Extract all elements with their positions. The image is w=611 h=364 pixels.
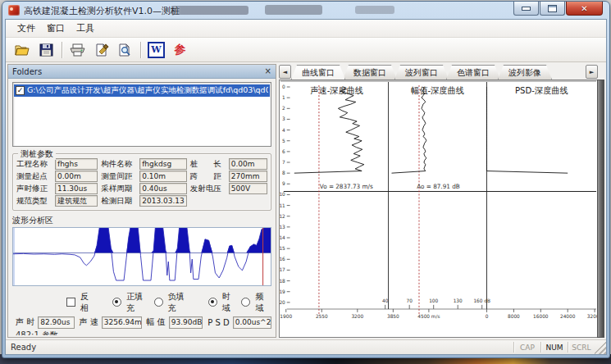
- param-value-voltage[interactable]: 500V: [229, 183, 267, 194]
- depth-curves-chart[interactable]: 01234567891011121314151617181920声速-深度曲线1…: [279, 80, 598, 338]
- svg-text:160 dB: 160 dB: [473, 298, 490, 303]
- title-bar[interactable]: 高铁建混凝土检测分析软件V1.0—测桩 ✕: [2, 2, 609, 19]
- waveform-area-title: 波形分析区: [12, 215, 271, 226]
- svg-text:声速-深度曲线: 声速-深度曲线: [310, 85, 363, 95]
- open-folder-icon: [15, 43, 31, 57]
- svg-text:40: 40: [382, 298, 389, 303]
- negative-fill-label: 负填充: [168, 291, 192, 314]
- svg-text:1: 1: [282, 95, 285, 100]
- invert-checkbox[interactable]: [66, 298, 75, 307]
- tab-wavetrain-window[interactable]: 波列窗口: [394, 65, 449, 80]
- status-bar: Ready CAP NUM SCRL: [6, 339, 606, 354]
- minimize-icon: [522, 7, 531, 11]
- svg-text:20: 20: [280, 300, 285, 305]
- svg-text:4: 4: [282, 128, 285, 133]
- freq-domain-radio[interactable]: [241, 298, 250, 307]
- file-path-label: G:\公司产品设计开发\超声仪器\超声仪实地检测数据调试fd\qd03\qd03…: [27, 85, 268, 96]
- param-value-time-correction[interactable]: 11.30us: [55, 183, 98, 194]
- amplitude-field[interactable]: 93.90dB: [169, 316, 203, 329]
- print-preview-button[interactable]: [113, 39, 137, 61]
- open-button[interactable]: [11, 39, 34, 61]
- negative-fill-radio[interactable]: [154, 298, 163, 307]
- pile-params-group: 测桩参数 工程名称fhghs 构件名称fhgkdsg 桩 长0.00m 测量起点…: [12, 153, 271, 211]
- time-domain-radio[interactable]: [208, 298, 217, 307]
- app-window: 高铁建混凝土检测分析软件V1.0—测桩 ✕ 文件 窗口 工具: [2, 1, 610, 358]
- param-value-span[interactable]: 270mm: [229, 171, 267, 182]
- param-value-start-depth[interactable]: 0.00m: [55, 171, 98, 182]
- tab-wavetrain-image[interactable]: 波列影像: [498, 65, 552, 80]
- param-value-test-date[interactable]: 2013.03.13: [139, 195, 187, 207]
- word-export-button[interactable]: W: [144, 39, 168, 61]
- maximize-button[interactable]: [540, 2, 565, 16]
- print-button[interactable]: [66, 39, 89, 61]
- svg-text:11: 11: [280, 203, 285, 208]
- resize-grip[interactable]: [595, 340, 606, 354]
- velocity-label: 声 速: [80, 316, 98, 328]
- param-value-spacing[interactable]: 0.10m: [139, 171, 187, 182]
- param-label: 发射电压: [190, 184, 229, 194]
- svg-text:1900: 1900: [280, 314, 292, 319]
- svg-text:16: 16: [280, 257, 285, 262]
- svg-text:6: 6: [282, 149, 285, 154]
- svg-text:2: 2: [282, 106, 285, 111]
- pile-params-title: 测桩参数: [18, 148, 56, 160]
- invert-label: 反相: [80, 291, 97, 314]
- preview-magnifier-icon: [118, 43, 132, 57]
- svg-text:8000: 8000: [508, 314, 520, 319]
- word-icon: W: [148, 42, 165, 58]
- param-value-project-name[interactable]: fhghs: [55, 158, 98, 170]
- app-icon: [8, 5, 20, 16]
- svg-text:17: 17: [280, 267, 285, 272]
- close-button[interactable]: ✕: [566, 2, 603, 16]
- tab-scroll-left-icon[interactable]: ◄: [279, 65, 291, 79]
- client-area: 文件 窗口 工具: [5, 19, 607, 355]
- positive-fill-radio[interactable]: [112, 298, 121, 307]
- folders-close-icon[interactable]: ×: [265, 67, 271, 75]
- svg-text:PSD-深度曲线: PSD-深度曲线: [515, 85, 568, 95]
- menu-window[interactable]: 窗口: [41, 20, 71, 36]
- waveform-plot[interactable]: [12, 227, 271, 286]
- svg-text:70: 70: [406, 298, 413, 303]
- file-list: ✓ G:\公司产品设计开发\超声仪器\超声仪实地检测数据调试fd\qd03\qd…: [12, 82, 271, 147]
- tab-scroll-right-icon[interactable]: ►: [586, 65, 598, 79]
- chart-canvas: 01234567891011121314151617181920声速-深度曲线1…: [280, 80, 597, 337]
- menu-file[interactable]: 文件: [11, 20, 41, 36]
- tab-spectrum-window[interactable]: 色谱窗口: [446, 65, 500, 80]
- menu-bar: 文件 窗口 工具: [6, 20, 606, 38]
- sound-time-label: 声 时: [16, 316, 34, 328]
- param-value-pile-length[interactable]: 0.00m: [229, 158, 267, 170]
- svg-text:2550: 2550: [316, 314, 328, 319]
- sound-time-field[interactable]: 82.90us: [38, 316, 74, 329]
- num-indicator: NUM: [540, 342, 568, 353]
- menu-tools[interactable]: 工具: [71, 20, 100, 36]
- param-label: 测量起点: [16, 171, 55, 182]
- file-checkbox-checked[interactable]: ✓: [16, 86, 25, 95]
- save-button[interactable]: [34, 39, 58, 61]
- param-label: 桩 长: [190, 159, 229, 170]
- tab-data-window[interactable]: 数据窗口: [343, 65, 397, 80]
- close-icon: ✕: [581, 4, 587, 13]
- parameters-button[interactable]: 参: [168, 39, 192, 61]
- param-label: 跨 距: [190, 171, 229, 182]
- scroll-indicator: SCRL: [568, 342, 595, 353]
- svg-text:Ao = 87.91 dB: Ao = 87.91 dB: [417, 183, 460, 190]
- svg-text:32000: 32000: [587, 314, 597, 319]
- param-value-component-name[interactable]: fhgkdsg: [139, 158, 187, 170]
- glass-reflection: [171, 6, 249, 15]
- window-title: 高铁建混凝土检测分析软件V1.0—测桩: [24, 5, 180, 17]
- velocity-field[interactable]: 3256.94m/s: [102, 316, 142, 329]
- print-setup-button[interactable]: [89, 39, 113, 61]
- psd-field[interactable]: 0.00us^2/m: [233, 316, 271, 329]
- tab-curve-window[interactable]: 曲线窗口: [291, 65, 345, 80]
- status-text: Ready: [11, 343, 36, 352]
- minimize-button[interactable]: [513, 2, 539, 16]
- param-value-standard-type[interactable]: 建筑规范: [55, 195, 98, 207]
- chart-panel: ◄ 曲线窗口 数据窗口 波列窗口 色谱窗口 波列影像 ► 01234567891…: [279, 64, 604, 338]
- svg-text:12: 12: [280, 214, 285, 219]
- folders-panel-title: Folders: [12, 67, 42, 76]
- param-value-sample-period[interactable]: 0.40us: [139, 183, 187, 194]
- svg-text:9: 9: [282, 181, 285, 186]
- amplitude-label: 幅 值: [147, 316, 166, 328]
- file-list-item[interactable]: ✓ G:\公司产品设计开发\超声仪器\超声仪实地检测数据调试fd\qd03\qd…: [14, 84, 270, 97]
- vertical-scrollbar[interactable]: [597, 80, 604, 338]
